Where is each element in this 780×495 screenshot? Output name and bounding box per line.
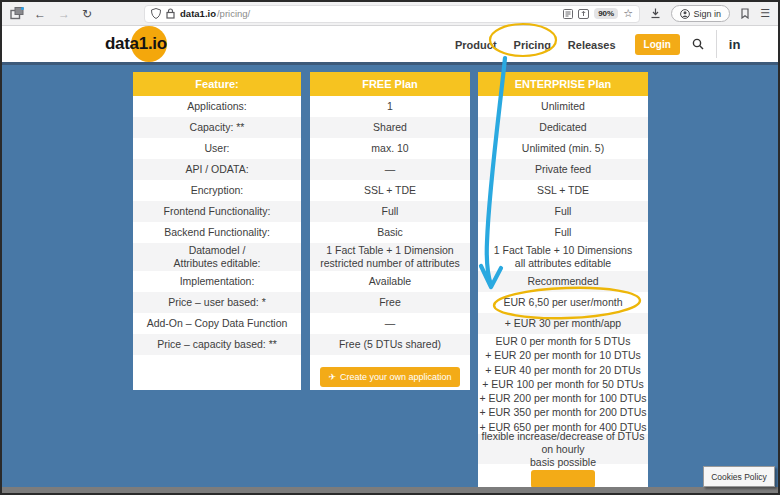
table-row: max. 10 <box>310 138 470 159</box>
downloads-icon[interactable] <box>650 8 661 19</box>
table-cell-line: EUR 0 per month for 5 DTUs <box>478 334 648 348</box>
logo-text: data1.io <box>105 34 167 54</box>
table-row: User: <box>133 138 301 159</box>
table-row: Private feed <box>478 159 648 180</box>
table-cell-line: max. 10 <box>310 142 470 155</box>
nav-item-releases[interactable]: Releases <box>568 39 616 51</box>
table-row: Full <box>310 201 470 222</box>
table-cell-line: — <box>310 317 470 330</box>
table-cell-line: + EUR 20 per month for 10 DTUs <box>478 348 648 362</box>
cookies-policy-button[interactable]: Cookies Policy <box>703 466 775 487</box>
table-cell-line: Price – capacity based: ** <box>133 338 301 351</box>
login-button[interactable]: Login <box>635 34 680 55</box>
table-cell-line: Free <box>310 296 470 309</box>
table-row: 1 Fact Table + 10 Dimensionsall attribut… <box>478 243 648 271</box>
table-cell-line: Implementation: <box>133 275 301 288</box>
nav-divider <box>716 30 717 58</box>
feature-column: Feature: Applications:Capacity: **User:A… <box>133 72 301 390</box>
table-cell-line: Full <box>478 226 648 239</box>
table-row: Capacity: ** <box>133 117 301 138</box>
table-cell-line: Capacity: ** <box>133 121 301 134</box>
table-row: — <box>310 159 470 180</box>
table-row: + EUR 30 per month/app <box>478 313 648 334</box>
url-domain: data1.io <box>180 8 216 19</box>
enterprise-cta-button[interactable] <box>531 470 595 487</box>
table-cell-line: Encryption: <box>133 184 301 197</box>
forward-button[interactable]: → <box>58 8 70 20</box>
table-row: Free (5 DTUs shared) <box>310 334 470 355</box>
table-cell-line: 1 Fact Table + 10 Dimensions <box>478 244 648 257</box>
table-cell-line: 1 <box>310 100 470 113</box>
lock-icon[interactable] <box>166 8 175 19</box>
table-cell-line: API / ODATA: <box>133 163 301 176</box>
reader-view-icon[interactable] <box>563 9 573 19</box>
table-row: flexible increase/decrease of DTUs on ho… <box>478 434 648 464</box>
table-row: API / ODATA: <box>133 159 301 180</box>
free-plan-header: FREE Plan <box>310 72 470 96</box>
create-app-label: Create your own application <box>340 372 452 382</box>
free-plan-column: FREE Plan 1Sharedmax. 10—SSL + TDEFullBa… <box>310 72 470 390</box>
table-row: Dedicated <box>478 117 648 138</box>
feature-column-header: Feature: <box>133 72 301 96</box>
table-row: SSL + TDE <box>478 180 648 201</box>
table-cell-line: Private feed <box>478 163 648 176</box>
enterprise-plan-column: ENTERPRISE Plan UnlimitedDedicatedUnlimi… <box>478 72 648 487</box>
table-row: 1 Fact Table + 1 Dimensionrestricted num… <box>310 243 470 271</box>
site-logo[interactable]: data1.io <box>105 26 195 62</box>
table-row: Full <box>478 201 648 222</box>
browser-toolbar: ← → ↻ data1.io /pricing/ <box>2 2 778 26</box>
zoom-level-badge[interactable]: 90% <box>594 8 618 19</box>
table-cell-line: + EUR 200 per month for 100 DTUs <box>478 391 648 405</box>
toolbar-right: Sign in ☰ <box>650 5 770 22</box>
url-path: /pricing/ <box>217 8 250 19</box>
bottom-bar <box>2 487 778 493</box>
nav-links: ProductPricingReleases <box>455 35 633 53</box>
table-row: Basic <box>310 222 470 243</box>
enterprise-plan-header: ENTERPRISE Plan <box>478 72 648 96</box>
table-cell-line: Attributes editable: <box>133 257 301 270</box>
enterprise-cta-wrap <box>478 470 648 487</box>
address-bar[interactable]: data1.io /pricing/ 90% ☆ <box>144 5 640 23</box>
table-cell-line: flexible increase/decrease of DTUs on ho… <box>478 430 648 456</box>
table-cell-line: + EUR 100 per month for 50 DTUs <box>478 377 648 391</box>
back-button[interactable]: ← <box>34 8 46 20</box>
table-cell-line: + EUR 350 per month for 200 DTUs <box>478 405 648 419</box>
extension-icon[interactable] <box>740 8 750 19</box>
table-cell-line: EUR 6,50 per user/month <box>478 296 648 309</box>
table-cell-line: Unlimited (min. 5) <box>478 142 648 155</box>
bookmark-star-icon[interactable]: ☆ <box>623 8 633 19</box>
table-row: Price – capacity based: ** <box>133 334 301 355</box>
table-cell-line: Basic <box>310 226 470 239</box>
table-cell-line: Unlimited <box>478 100 648 113</box>
table-row: Unlimited <box>478 96 648 117</box>
tabs-overview-icon[interactable] <box>10 7 24 20</box>
create-app-button[interactable]: ✈ Create your own application <box>320 367 459 387</box>
main-nav: ProductPricingReleases Login in <box>455 26 740 62</box>
table-cell-line: + EUR 30 per month/app <box>478 317 648 330</box>
menu-icon[interactable]: ☰ <box>760 8 770 19</box>
table-row: Implementation: <box>133 271 301 292</box>
reload-button[interactable]: ↻ <box>82 8 92 20</box>
feature-column-body: Applications:Capacity: **User:API / ODAT… <box>133 96 301 355</box>
table-cell-line: 1 Fact Table + 1 Dimension <box>310 244 470 257</box>
save-page-icon[interactable] <box>578 9 589 19</box>
table-row: Unlimited (min. 5) <box>478 138 648 159</box>
table-row: Available <box>310 271 470 292</box>
table-row: Datamodel /Attributes editable: <box>133 243 301 271</box>
account-icon <box>680 9 690 19</box>
table-row: Add-On – Copy Data Function <box>133 313 301 334</box>
table-row: Shared <box>310 117 470 138</box>
nav-item-product[interactable]: Product <box>455 39 497 51</box>
search-icon[interactable] <box>692 38 704 50</box>
table-cell-line: Dedicated <box>478 121 648 134</box>
browser-window: ← → ↻ data1.io /pricing/ <box>0 0 780 495</box>
sign-in-button[interactable]: Sign in <box>671 5 731 22</box>
nav-item-pricing[interactable]: Pricing <box>514 39 551 51</box>
table-row: 1 <box>310 96 470 117</box>
page-content: Feature: Applications:Capacity: **User:A… <box>2 65 778 487</box>
linkedin-link[interactable]: in <box>729 37 741 52</box>
table-row: Applications: <box>133 96 301 117</box>
table-row: Frontend Functionality: <box>133 201 301 222</box>
shield-icon[interactable] <box>151 8 161 19</box>
table-cell-line: Applications: <box>133 100 301 113</box>
